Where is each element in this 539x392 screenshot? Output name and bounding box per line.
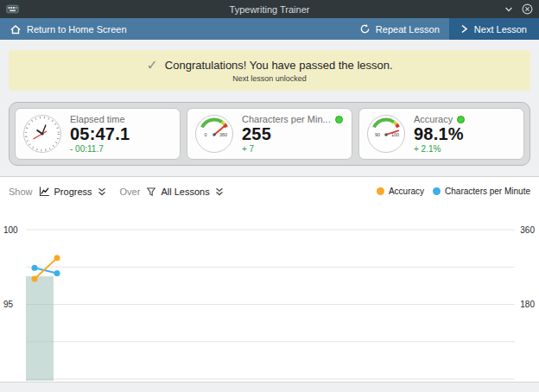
lessons-combo-value: All Lessons <box>161 187 209 197</box>
svg-text:360: 360 <box>219 132 227 137</box>
svg-text:0: 0 <box>204 132 206 137</box>
show-combo[interactable]: Progress <box>39 186 107 197</box>
chevron-right-icon <box>460 24 469 34</box>
cpm-card: 0 360 Characters per Min... 255 + 7 <box>187 108 352 160</box>
window-title: Typewriting Trainer <box>0 4 539 15</box>
refresh-icon <box>359 23 371 35</box>
cpm-label: Characters per Min... <box>242 114 331 124</box>
elapsed-time-label: Elapsed time <box>70 114 125 124</box>
cpm-status-dot <box>335 116 343 123</box>
line-chart-icon <box>39 186 50 197</box>
status-bar <box>0 382 539 392</box>
speed-gauge-icon: 0 360 <box>193 113 235 155</box>
legend-cpm: Characters per Minute <box>433 187 530 196</box>
return-home-button[interactable]: Return to Home Screen <box>0 18 136 40</box>
accuracy-card: 90 100 Accuracy 98.1% + 2.1% <box>358 108 524 160</box>
accuracy-value: 98.1% <box>414 124 465 143</box>
banner-subtitle: Next lesson unlocked <box>232 74 307 83</box>
legend-accuracy: Accuracy <box>377 187 424 196</box>
legend-accuracy-label: Accuracy <box>389 187 424 196</box>
banner-title: Congratulations! You have passed the les… <box>165 59 393 72</box>
clock-icon <box>22 113 63 155</box>
repeat-lesson-label: Repeat Lesson <box>376 24 440 35</box>
svg-text:360: 360 <box>520 225 535 235</box>
pass-banner: ✓ Congratulations! You have passed the l… <box>9 50 530 91</box>
show-combo-value: Progress <box>54 187 92 197</box>
cpm-legend-dot-icon <box>433 187 441 195</box>
accuracy-legend-dot-icon <box>377 187 384 195</box>
elapsed-time-value: 05:47.1 <box>70 124 130 143</box>
check-icon: ✓ <box>146 59 157 73</box>
close-icon <box>522 3 533 15</box>
toolbar-spacer <box>136 18 350 40</box>
legend-cpm-label: Characters per Minute <box>445 187 530 196</box>
svg-text:90: 90 <box>375 132 380 137</box>
accuracy-label: Accuracy <box>414 114 453 124</box>
progress-chart: 10095360180 <box>0 205 539 382</box>
graph-filter-row: Show Progress Over All Lessons Acc <box>0 177 539 205</box>
app-icon <box>6 3 19 16</box>
cpm-value: 255 <box>242 124 343 143</box>
lessons-combo[interactable]: All Lessons <box>146 187 224 197</box>
graph-section: Show Progress Over All Lessons Acc <box>0 177 539 382</box>
next-lesson-label: Next Lesson <box>474 24 527 35</box>
accuracy-gauge-icon: 90 100 <box>365 113 407 155</box>
next-lesson-button[interactable]: Next Lesson <box>449 18 539 40</box>
accuracy-delta: + 2.1% <box>414 144 465 154</box>
close-button[interactable] <box>522 3 533 15</box>
elapsed-time-delta: - 00:11.7 <box>70 144 130 154</box>
cpm-delta: + 7 <box>242 144 343 154</box>
show-label: Show <box>9 187 33 197</box>
results-panel: ✓ Congratulations! You have passed the l… <box>0 40 539 176</box>
toolbar: Return to Home Screen Repeat Lesson Next… <box>0 18 539 40</box>
chart-legend: Accuracy Characters per Minute <box>373 187 530 196</box>
double-chevron-down-icon <box>214 187 225 197</box>
progress-chart-svg: 10095360180 <box>0 205 539 381</box>
stats-container: Elapsed time 05:47.1 - 00:11.7 0 360 Cha… <box>9 102 530 166</box>
svg-text:95: 95 <box>3 300 14 309</box>
svg-text:100: 100 <box>3 225 18 235</box>
elapsed-time-card: Elapsed time 05:47.1 - 00:11.7 <box>15 108 181 160</box>
return-home-label: Return to Home Screen <box>27 24 127 35</box>
accuracy-status-dot <box>457 116 465 123</box>
minimize-button[interactable] <box>504 4 514 15</box>
home-icon <box>10 23 22 35</box>
double-chevron-down-icon <box>97 187 107 197</box>
over-label: Over <box>120 187 141 197</box>
titlebar[interactable]: Typewriting Trainer <box>0 0 539 18</box>
svg-text:180: 180 <box>520 300 535 309</box>
filter-funnel-icon <box>146 187 156 197</box>
chevron-down-icon <box>504 4 514 15</box>
repeat-lesson-button[interactable]: Repeat Lesson <box>350 18 449 40</box>
